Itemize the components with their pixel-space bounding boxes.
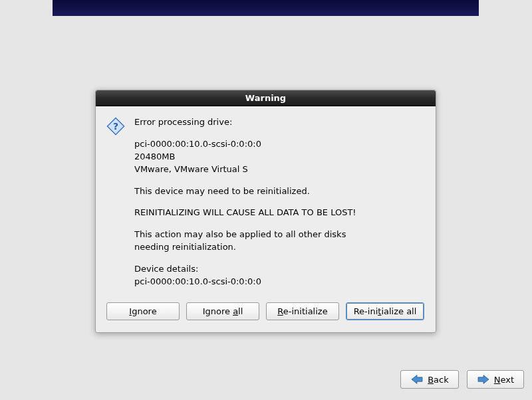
- reinitialize-button[interactable]: Re-initialize: [266, 302, 339, 320]
- msg-line: VMware, VMware Virtual S: [134, 164, 356, 175]
- msg-line: pci-0000:00:10.0-scsi-0:0:0:0: [134, 139, 356, 150]
- dialog-body: ? Error processing drive: pci-0000:00:10…: [96, 106, 436, 296]
- dialog-message: Error processing drive: pci-0000:00:10.0…: [134, 117, 356, 289]
- question-icon: ?: [106, 117, 125, 289]
- wizard-nav: Back Next: [400, 370, 524, 389]
- msg-line: This action may also be applied to all o…: [134, 229, 356, 241]
- warning-dialog: Warning ? Error processing drive: pci-00…: [95, 90, 436, 333]
- ignore-button[interactable]: Ignore: [106, 302, 180, 320]
- msg-line: 20480MB: [134, 151, 356, 163]
- msg-line: Error processing drive:: [134, 117, 356, 128]
- msg-line: pci-0000:00:10.0-scsi-0:0:0:0: [134, 276, 356, 288]
- msg-line: This device may need to be reinitialized…: [134, 186, 356, 197]
- installer-banner: [53, 0, 479, 16]
- svg-text:?: ?: [113, 121, 118, 132]
- arrow-left-icon: [410, 374, 424, 385]
- ignore-all-button[interactable]: Ignore all: [186, 302, 259, 320]
- arrow-right-icon: [477, 374, 490, 385]
- msg-line: Device details:: [134, 264, 356, 275]
- reinitialize-all-button[interactable]: Re-initialize all: [346, 302, 424, 320]
- msg-line: needing reinitialization.: [134, 242, 356, 253]
- msg-line: REINITIALIZING WILL CAUSE ALL DATA TO BE…: [134, 207, 356, 219]
- dialog-title: Warning: [96, 90, 436, 106]
- back-button[interactable]: Back: [400, 370, 459, 389]
- next-button[interactable]: Next: [467, 370, 524, 389]
- dialog-button-row: Ignore Ignore all Re-initialize Re-initi…: [96, 296, 436, 332]
